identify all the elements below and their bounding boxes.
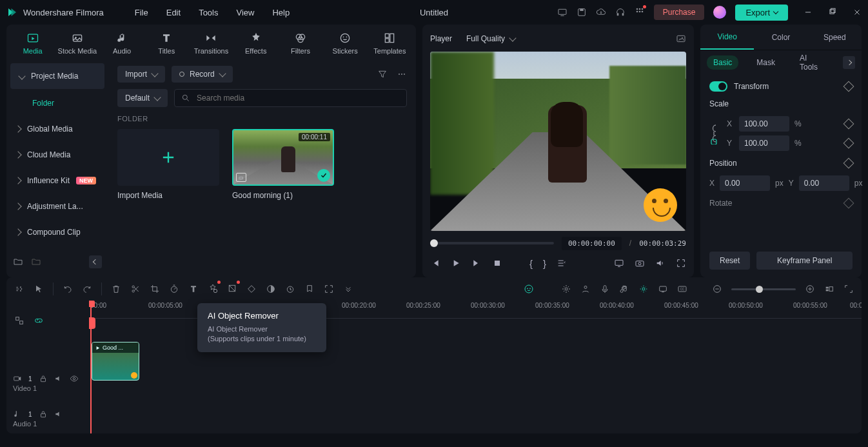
pos-x-input[interactable]: [720, 175, 770, 191]
tab-video[interactable]: Video: [700, 25, 754, 50]
tab-filters[interactable]: Filters: [278, 27, 322, 59]
speed-tool-icon[interactable]: [169, 284, 179, 294]
lock-icon[interactable]: [39, 410, 48, 419]
sidebar-global-media[interactable]: Global Media: [6, 116, 108, 142]
import-tile[interactable]: Import Media: [117, 129, 219, 200]
scale-y-keyframe-icon[interactable]: [843, 138, 854, 149]
scrubber[interactable]: [430, 242, 554, 244]
collapse-sidebar-icon[interactable]: [89, 255, 102, 268]
clip-tile[interactable]: 00:00:11 ▭ Good morning (1): [232, 129, 334, 200]
lock-icon[interactable]: [39, 374, 48, 383]
volume-icon[interactable]: [655, 258, 666, 268]
audio-track-1[interactable]: [89, 382, 862, 412]
menu-view[interactable]: View: [236, 8, 254, 17]
sidebar-folder[interactable]: Folder: [6, 90, 108, 116]
tab-titles[interactable]: Titles: [144, 27, 189, 59]
track-link-icon[interactable]: [34, 315, 44, 326]
tab-effects[interactable]: Effects: [233, 27, 278, 59]
display-icon[interactable]: [614, 258, 624, 268]
audio-track-header[interactable]: 1 Audio 1: [6, 404, 89, 433]
tl-options-icon[interactable]: [14, 284, 25, 294]
zoom-in-icon[interactable]: [805, 284, 815, 294]
filter-icon[interactable]: [377, 69, 388, 79]
next-frame-icon[interactable]: [471, 258, 482, 268]
video-track-header[interactable]: 1 Video 1: [6, 363, 89, 404]
text-tool-icon[interactable]: [188, 284, 199, 294]
timer-tool-icon[interactable]: [285, 284, 295, 294]
tab-templates[interactable]: Templates: [368, 27, 412, 59]
device-icon[interactable]: [557, 7, 567, 17]
export-button[interactable]: Export: [735, 5, 788, 21]
play-icon[interactable]: [451, 258, 461, 268]
scale-y-input[interactable]: [739, 135, 789, 151]
search-input[interactable]: [197, 94, 400, 103]
zoom-slider[interactable]: [731, 288, 796, 290]
expand-tool-icon[interactable]: [324, 284, 334, 294]
marker-list-icon[interactable]: [557, 258, 567, 268]
menu-edit[interactable]: Edit: [166, 8, 181, 17]
tab-color[interactable]: Color: [754, 25, 807, 50]
stop-icon[interactable]: [492, 258, 502, 268]
record-dropdown[interactable]: Record: [172, 66, 233, 83]
split-icon[interactable]: [130, 284, 141, 294]
player-viewport[interactable]: [430, 52, 686, 231]
mark-in-icon[interactable]: {: [529, 258, 533, 269]
link-scale-icon[interactable]: [709, 123, 720, 144]
maximize-icon[interactable]: [828, 8, 837, 17]
prev-frame-icon[interactable]: [430, 258, 440, 268]
tl-person-icon[interactable]: [580, 284, 591, 294]
sidebar-adjustment-layer[interactable]: Adjustment La...: [6, 194, 108, 219]
sidebar-cloud-media[interactable]: Cloud Media: [6, 142, 108, 168]
menu-tools[interactable]: Tools: [199, 8, 218, 17]
apps-icon[interactable]: [635, 6, 645, 19]
zoom-out-icon[interactable]: [712, 284, 722, 294]
subtab-basic[interactable]: Basic: [707, 55, 738, 70]
sidebar-project-media[interactable]: Project Media: [10, 63, 104, 89]
subtab-ai-tools[interactable]: AI Tools: [793, 51, 831, 74]
tab-media[interactable]: Media: [10, 27, 55, 59]
scale-x-keyframe-icon[interactable]: [843, 119, 854, 130]
keyframe-tool-icon[interactable]: [246, 284, 257, 294]
snapshot-compare-icon[interactable]: [676, 34, 686, 44]
transform-keyframe-icon[interactable]: [843, 81, 854, 92]
tab-stickers[interactable]: Stickers: [323, 27, 368, 59]
mute-icon[interactable]: [54, 410, 63, 419]
fullscreen-icon[interactable]: [676, 258, 686, 268]
sidebar-influence-kit[interactable]: Influence KitNEW: [6, 168, 108, 194]
tl-tv-icon[interactable]: [658, 284, 668, 294]
sort-default-dropdown[interactable]: Default: [117, 89, 168, 107]
more-tools-icon[interactable]: [343, 284, 353, 294]
tl-cc-icon[interactable]: CC: [677, 284, 687, 294]
headphones-icon[interactable]: [615, 7, 626, 17]
ai-chat-icon[interactable]: [524, 284, 534, 294]
avatar[interactable]: [713, 6, 726, 19]
minimize-icon[interactable]: [804, 8, 813, 17]
tl-highlight-icon[interactable]: [638, 284, 649, 294]
crop-icon[interactable]: [150, 284, 160, 294]
more-icon[interactable]: [397, 69, 407, 79]
marker-tool-icon[interactable]: [304, 284, 315, 294]
purchase-button[interactable]: Purchase: [654, 5, 705, 20]
scale-x-input[interactable]: [739, 116, 789, 132]
tl-frame-icon[interactable]: [227, 283, 237, 293]
subtab-more-icon[interactable]: [843, 56, 855, 69]
cloud-icon[interactable]: [596, 7, 606, 17]
tab-speed[interactable]: Speed: [808, 25, 862, 50]
tab-audio[interactable]: Audio: [99, 27, 144, 59]
zoom-fit-icon[interactable]: [824, 284, 834, 294]
position-keyframe-icon[interactable]: [843, 158, 854, 169]
tl-music-icon[interactable]: [619, 284, 629, 294]
quality-dropdown[interactable]: Full Quality: [461, 32, 520, 46]
tab-stock-media[interactable]: Stock Media: [55, 27, 99, 59]
playhead[interactable]: [90, 301, 92, 433]
tab-transitions[interactable]: Transitions: [189, 27, 233, 59]
ai-object-remover-icon[interactable]: [208, 283, 218, 293]
pos-y-input[interactable]: [799, 175, 849, 191]
sidebar-compound-clip[interactable]: Compound Clip: [6, 219, 108, 245]
tl-mic-icon[interactable]: [600, 284, 610, 294]
menu-file[interactable]: File: [135, 8, 148, 17]
undo-icon[interactable]: [63, 284, 73, 294]
camera-icon[interactable]: [635, 258, 645, 268]
reset-button[interactable]: Reset: [709, 252, 750, 270]
tl-expand-icon[interactable]: [843, 284, 854, 294]
